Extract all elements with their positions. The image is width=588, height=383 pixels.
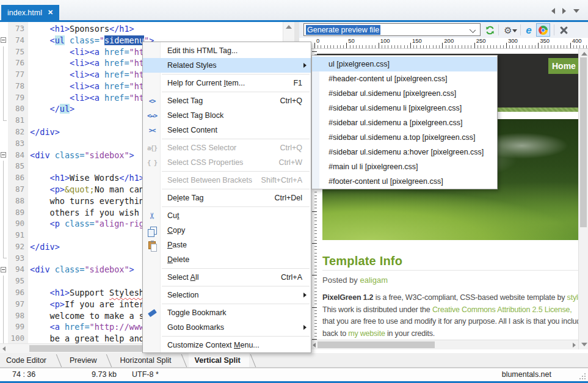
menu-item-select-between-brackets[interactable]: Select Between BracketsShift+Ctrl+A [143,173,311,188]
site-text-link[interactable]: my website [348,329,385,338]
code-text[interactable]: <p>If you are inter [28,299,144,310]
fold-marker-icon[interactable] [1,152,6,158]
tab-close-icon[interactable]: ✕ [48,9,53,16]
code-text[interactable]: </div> [28,126,60,138]
view-tab-preview[interactable]: Preview [64,353,105,367]
menu-item-help-current-item[interactable]: Help for Current Item...F1 [143,76,311,90]
fold-margin[interactable] [0,150,8,161]
view-tab-code-editor[interactable]: Code Editor [0,353,55,367]
code-text[interactable]: <h1>Sponsors</h1> [28,23,134,35]
menu-item-select-tag[interactable]: <>Select TagCtrl+Q [143,93,311,108]
line-number: 84 [8,150,28,161]
code-text[interactable]: <div class="sidebox"> [28,150,134,161]
preview-hscroll-thumb[interactable] [318,341,435,348]
menu-item-edit-html-tag[interactable]: Edit this HTML Tag... [143,43,311,58]
scroll-tabs-left-icon[interactable] [551,8,555,14]
code-text[interactable]: be a great help and [28,333,144,343]
site-text-link[interactable]: styleshout [567,293,578,302]
scroll-left-icon[interactable] [313,343,316,348]
submenu-item-9[interactable]: #footer-content ul [pixelgreen.css] [312,174,497,189]
code-text[interactable] [28,115,30,126]
scroll-right-icon[interactable] [573,343,576,348]
code-text[interactable]: welcome to make a s [28,310,144,322]
menu-item-goto-bookmarks[interactable]: Goto Bookmarks [143,320,311,335]
site-author-link[interactable]: ealigam [360,275,388,285]
site-text-link[interactable]: Creative Commons Attribution 2.5 License… [432,305,572,314]
combobox-dropdown-icon[interactable] [470,27,476,33]
menu-item-select-tag-block[interactable]: <↔>Select Tag Block [143,108,311,123]
menu-shortcut: Ctrl+Del [275,194,303,202]
submenu-item-6[interactable]: #sidebar ul.sidemenu a.top [pixelgreen.c… [312,130,497,145]
preview-mode-combobox[interactable]: Generate preview file [303,23,481,36]
scroll-tabs-right-icon[interactable] [562,8,566,14]
code-text[interactable]: <a href="http://www. [28,321,149,333]
fold-guide [3,230,4,241]
code-text[interactable]: <p class="align-right" [28,218,159,230]
resize-grip[interactable] [579,373,586,379]
scroll-down-icon[interactable] [581,343,587,346]
fold-margin[interactable] [0,35,8,46]
code-line-73[interactable]: 73 <h1>Sponsors</h1> [0,23,294,35]
fold-marker-icon[interactable] [1,267,6,272]
menu-item-related-styles[interactable]: Related Styles [143,58,311,73]
submenu-item-8[interactable]: #main ul li [pixelgreen.css] [312,159,497,174]
preview-vscroll-thumb[interactable] [580,57,587,227]
editor-hscroll-thumb[interactable] [29,345,143,352]
code-text[interactable]: <ul class="sidemenu"> [28,35,154,46]
menu-item-select-all[interactable]: Select AllCtrl+A [143,270,311,285]
open-in-ie-button[interactable]: e [523,24,535,36]
menu-item-delete-tag[interactable]: Delete TagCtrl+Del [143,191,311,205]
menu-item-toggle-bookmark[interactable]: Toggle Bookmark [143,305,311,320]
menu-item-copy[interactable]: Copy [143,223,311,238]
code-text[interactable]: <div class="sidebox"> [28,264,134,275]
line-number: 95 [8,275,28,287]
code-text[interactable] [28,275,30,287]
code-text[interactable]: </div> [28,241,60,253]
code-text[interactable] [28,230,30,241]
menu-item-customize-context-menu[interactable]: Customize Context Menu... [143,338,311,352]
menu-item-delete[interactable]: Delete [143,252,311,267]
code-text[interactable]: <h1>Wise Words</h1> [28,172,144,184]
line-number: 78 [8,81,28,92]
code-text[interactable] [28,253,30,264]
code-text[interactable] [28,161,30,172]
view-tab-vertical-split[interactable]: Vertical Split [189,353,249,367]
submenu-item-4[interactable]: #sidebar ul.sidemenu li [pixelgreen.css] [312,101,497,115]
site-home-link[interactable]: Home [548,58,578,74]
submenu-arrow-icon [303,293,307,297]
code-text[interactable]: others if you wish t [28,207,149,219]
code-text[interactable]: <p>&quot;No man can [28,184,149,195]
menu-item-paste[interactable]: Paste [143,238,311,252]
code-text[interactable]: who turns everything [28,195,154,207]
preview-horizontal-scrollbar[interactable] [310,340,578,349]
open-in-chrome-button[interactable] [536,23,550,37]
code-text[interactable]: </ul> [28,103,74,115]
fold-marker-icon[interactable] [1,37,6,43]
fold-guide [3,172,4,184]
scroll-up-icon[interactable] [286,25,292,29]
code-text[interactable] [28,138,30,150]
preview-vertical-scrollbar[interactable] [578,49,588,349]
ruler-label: 150 [412,37,422,44]
submenu-item-5[interactable]: #sidebar ul.sidemenu a [pixelgreen.css] [312,115,497,130]
view-tab-horizontal-split[interactable]: Horizontal Split [114,353,180,367]
scroll-up-icon[interactable] [581,52,587,56]
submenu-item-3[interactable]: #sidebar ul.sidemenu [pixelgreen.css] [312,86,497,101]
submenu-item-2[interactable]: #header-content ul [pixelgreen.css] [312,71,497,86]
scroll-left-icon[interactable] [2,346,5,351]
brand-link[interactable]: blumentals.net [502,370,551,379]
menu-item-selection[interactable]: Selection [143,288,311,302]
tab-index-html[interactable]: index.html ✕ [1,5,59,20]
close-preview-button[interactable] [557,24,570,36]
tab-list-dropdown-icon[interactable] [573,9,579,13]
code-text[interactable]: <h1>Support Stylesh [28,287,144,299]
submenu-item-1[interactable]: ul [pixelgreen.css] [312,57,497,71]
menu-item-select-content[interactable]: ><Select Content [143,123,311,137]
menu-item-select-css-selector[interactable]: a{}Select CSS SelectorCtrl+Q [143,140,311,155]
refresh-preview-button[interactable] [484,24,496,36]
menu-item-cut[interactable]: ✂Cut [143,208,311,223]
submenu-item-7[interactable]: #sidebar ul.sidemenu a:hover [pixelgreen… [312,145,497,159]
menu-item-select-css-properties[interactable]: { }Select CSS PropertiesCtrl+W [143,155,311,170]
fold-margin[interactable] [0,264,8,275]
settings-dropdown-icon[interactable] [512,29,517,32]
